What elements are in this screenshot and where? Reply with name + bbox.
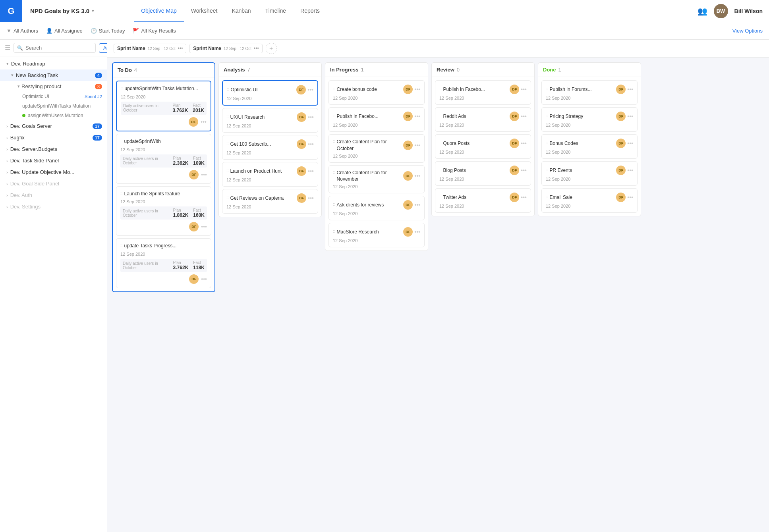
sidebar-item-bugfix[interactable]: › Bugfix 17 [0, 132, 107, 143]
sidebar-item-task-side-panel[interactable]: › Dev. Task Side Panel [0, 155, 107, 166]
drag-handle-icon: :: [333, 139, 335, 144]
sidebar-item-dev-settings[interactable]: › Dev. Settings [0, 201, 107, 212]
card-pricing-strategy[interactable]: :: Pricing Strategy DF ••• 12 Sep 2020 [541, 107, 638, 132]
card-menu-dots[interactable]: ••• [414, 142, 420, 148]
card-menu-dots[interactable]: ••• [414, 229, 420, 235]
card-update-sprint-with[interactable]: :: updateSprintWith 12 Sep 2020 Daily ac… [116, 134, 211, 184]
nav-worksheet[interactable]: Worksheet [184, 0, 225, 22]
search-input[interactable] [25, 45, 92, 51]
filter-assignee[interactable]: 👤 All Assignee [46, 28, 83, 34]
card-reddit-ads[interactable]: :: Reddit Ads DF ••• 12 Sep 2020 [435, 107, 531, 132]
card-optimistic-ui[interactable]: :: Optimistic UI DF ••• 12 Sep 2020 [222, 80, 318, 106]
card-row: :: Bonus Codes DF ••• [546, 139, 633, 148]
card-menu-dots[interactable]: ••• [201, 172, 207, 178]
card-menu-dots[interactable]: ••• [308, 141, 314, 147]
card-title: :: updateSprintWith [120, 138, 207, 145]
card-menu-dots[interactable]: ••• [627, 167, 633, 173]
nav-objective-map[interactable]: Objective Map [134, 0, 184, 22]
logo-area[interactable]: G [0, 0, 22, 22]
sidebar-item-restyling[interactable]: ▾ Restyling product 3 [0, 81, 107, 92]
card-get-100-subscribers[interactable]: :: Get 100 Subscrib... DF ••• 12 Sep 202… [222, 135, 318, 160]
sidebar-label: Restyling product [21, 83, 61, 89]
filter-bar: ▼ All Authors 👤 All Assignee 🕐 Start Tod… [0, 22, 769, 40]
card-get-reviews-capterra[interactable]: :: Get Reviews on Capterra DF ••• 12 Sep… [222, 189, 318, 214]
sidebar-item-dev-auth[interactable]: › Dev. Auth [0, 189, 107, 201]
add-sprint-button[interactable]: + [266, 43, 277, 54]
nav-kanban[interactable]: Kanban [224, 0, 258, 22]
card-menu-dots[interactable]: ••• [201, 276, 207, 282]
sprint-dots-1[interactable]: ••• [178, 46, 183, 51]
card-content-plan-november[interactable]: :: Create Content Plan for November DF •… [328, 165, 425, 194]
card-email-sale[interactable]: :: Email Sale DF ••• 12 Sep 2020 [541, 188, 638, 213]
card-menu-dots[interactable]: ••• [308, 195, 314, 201]
team-icon[interactable]: 👥 [698, 6, 707, 16]
card-menu-dots[interactable]: ••• [521, 167, 527, 173]
sidebar-item-assign-with-users[interactable]: assignWithUsers Mutation [0, 111, 107, 120]
column-title-review: Review [437, 67, 454, 73]
add-button[interactable]: Add + [99, 43, 107, 53]
hamburger-icon[interactable]: ☰ [5, 44, 10, 52]
sidebar-item-update-sprint[interactable]: updateSprintWithTasks Mutation [0, 101, 107, 111]
filter-authors[interactable]: ▼ All Authors [6, 28, 38, 34]
search-box[interactable]: 🔍 [14, 43, 96, 53]
sidebar-label: Dev. Server.Budgets [10, 146, 57, 152]
avatar-sm: DF [510, 193, 519, 202]
card-pr-events[interactable]: :: PR Events DF ••• 12 Sep 2020 [541, 161, 638, 186]
card-menu-dots[interactable]: ••• [308, 168, 314, 174]
card-menu-dots[interactable]: ••• [521, 140, 527, 146]
sidebar-item-server-budgets[interactable]: › Dev. Server.Budgets [0, 143, 107, 155]
card-menu-dots[interactable]: ••• [201, 224, 207, 230]
nav-reports[interactable]: Reports [293, 0, 327, 22]
card-menu-dots[interactable]: ••• [521, 86, 527, 93]
card-date: 12 Sep 2020 [227, 96, 313, 101]
card-publish-facebook[interactable]: :: Publish in Facebo... DF ••• 12 Sep 20… [328, 107, 425, 132]
card-menu-dots[interactable]: ••• [414, 86, 420, 93]
card-menu-dots[interactable]: ••• [308, 114, 314, 120]
card-content-plan-october[interactable]: :: Create Content Plan for October DF ••… [328, 134, 425, 163]
card-menu-dots[interactable]: ••• [521, 194, 527, 200]
column-header-in-progress: In Progress 1 [325, 63, 428, 77]
sidebar-item-new-backlog-task[interactable]: ▾ New Backlog Task 4 [0, 69, 107, 81]
card-update-tasks-progress[interactable]: :: update Tasks Progress... 12 Sep 2020 … [116, 238, 211, 288]
card-title: :: Twitter Ads [439, 194, 510, 201]
card-publish-forums[interactable]: :: Publish in Forums... DF ••• 12 Sep 20… [541, 80, 638, 105]
sidebar-item-dev-roadmap[interactable]: ▾ Dev. Roadmap [0, 58, 107, 69]
card-launch-sprints[interactable]: :: Launch the Sprints feature 12 Sep 202… [116, 186, 211, 236]
sidebar-label: Dev. Settings [10, 204, 41, 210]
card-ux-research[interactable]: :: UX/UI Research DF ••• 12 Sep 2020 [222, 108, 318, 133]
filter-key-results[interactable]: 🚩 All Key Results [133, 28, 176, 34]
card-macstore-research[interactable]: :: MacStore Research DF ••• 12 Sep 2020 [328, 223, 425, 247]
card-menu-dots[interactable]: ••• [201, 119, 207, 125]
sidebar-item-update-objective[interactable]: › Dev. Update Objective Mo... [0, 166, 107, 178]
card-menu-dots[interactable]: ••• [627, 86, 633, 93]
sidebar-item-optimistic-ui[interactable]: Optimistic UI Sprint #2 [0, 92, 107, 101]
card-menu-dots[interactable]: ••• [414, 113, 420, 120]
sidebar-item-dev-goals-server[interactable]: › Dev. Goals Server 17 [0, 120, 107, 132]
main-area: ☰ 🔍 Add + ▾ Dev. Roadmap ▾ New Backlog T… [0, 40, 769, 532]
project-title[interactable]: NPD Goals by KS 3.0 ▾ [22, 8, 102, 14]
card-update-sprint-mutation[interactable]: :: updateSprintWith Tasks Mutation... 12… [116, 81, 211, 131]
card-menu-dots[interactable]: ••• [627, 113, 633, 120]
card-launch-product-hunt[interactable]: :: Launch on Product Hunt DF ••• 12 Sep … [222, 162, 318, 187]
sprint-chip-1[interactable]: Sprint Name 12 Sep - 12 Oct ••• [114, 44, 186, 53]
card-menu-dots[interactable]: ••• [627, 140, 633, 146]
avatar-sm: DF [510, 139, 519, 148]
card-menu-dots[interactable]: ••• [414, 202, 420, 208]
sidebar-item-goal-side-panel[interactable]: › Dev. Goal Side Panel [0, 178, 107, 189]
sprint-dots-2[interactable]: ••• [254, 46, 259, 51]
nav-timeline[interactable]: Timeline [258, 0, 293, 22]
card-menu-dots[interactable]: ••• [627, 194, 633, 200]
view-options-button[interactable]: View Options [732, 28, 763, 34]
card-menu-dots[interactable]: ••• [307, 87, 313, 93]
card-twitter-ads[interactable]: :: Twitter Ads DF ••• 12 Sep 2020 [435, 188, 531, 213]
card-bonus-codes[interactable]: :: Bonus Codes DF ••• 12 Sep 2020 [541, 134, 638, 159]
card-menu-dots[interactable]: ••• [521, 113, 527, 120]
card-quora-posts[interactable]: :: Quora Posts DF ••• 12 Sep 2020 [435, 134, 531, 159]
card-publish-facebook-review[interactable]: :: Publish in Facebo... DF ••• 12 Sep 20… [435, 80, 531, 105]
filter-start-today[interactable]: 🕐 Start Today [91, 28, 125, 34]
card-blog-posts[interactable]: :: Blog Posts DF ••• 12 Sep 2020 [435, 161, 531, 186]
card-menu-dots[interactable]: ••• [414, 173, 420, 179]
card-create-bonus-code[interactable]: :: Create bonus code DF ••• 12 Sep 2020 [328, 80, 425, 105]
card-ask-clients-reviews[interactable]: :: Ask clients for reviews DF ••• 12 Sep… [328, 196, 425, 220]
sprint-chip-2[interactable]: Sprint Name 12 Sep - 12 Oct ••• [189, 44, 262, 53]
